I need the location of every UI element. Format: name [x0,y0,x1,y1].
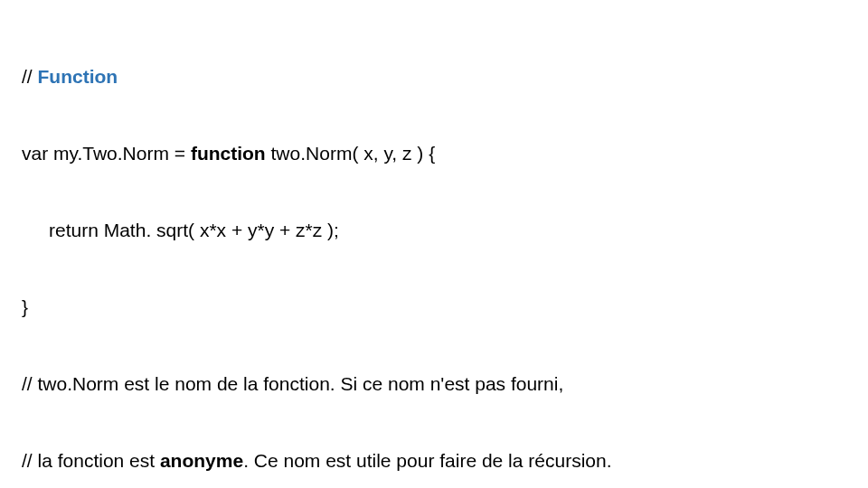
code-line: } [22,295,868,320]
code-line: // la fonction est anonyme. Ce nom est u… [22,448,868,474]
code-line: var my.Two.Norm = function two.Norm( x, … [22,141,868,166]
slide-content: // Function var my.Two.Norm = function t… [0,0,868,488]
comment-slashes: // [22,66,38,87]
keyword-function: function [191,143,266,164]
code-text: two.Norm( x, y, z ) { [266,143,435,164]
code-line: // two.Norm est le nom de la fonction. S… [22,371,868,397]
comment-text: . Ce nom est utile pour faire de la récu… [243,450,611,471]
code-text: var my.Two.Norm = [22,143,191,164]
code-line: // Function [22,64,868,89]
code-line: return Math. sqrt( x*x + y*y + z*z ); [22,218,868,243]
keyword-function-heading: Function [38,66,118,87]
code-block-1: // Function var my.Two.Norm = function t… [22,13,868,488]
comment-text: // la fonction est [22,450,160,471]
keyword-anonyme: anonyme [160,450,243,471]
